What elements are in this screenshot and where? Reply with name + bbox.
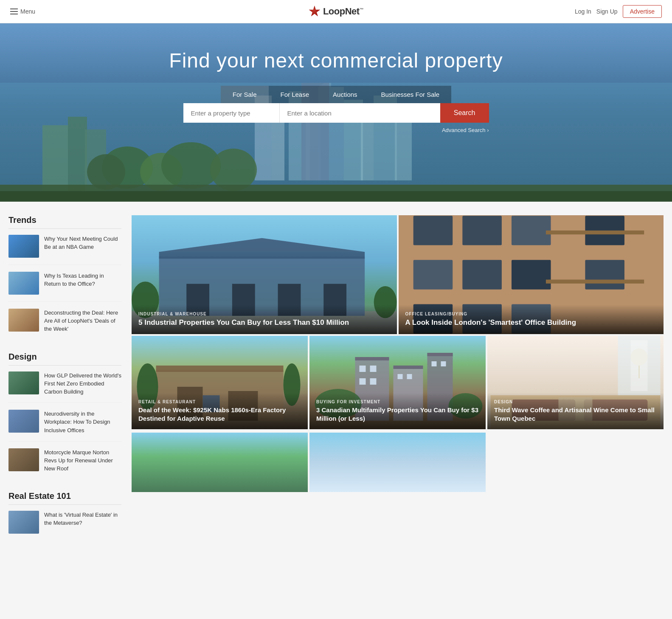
sidebar-thumb-design-2 <box>8 448 39 471</box>
sidebar-item-design-2: Motorcycle Marque Norton Revs Up for Ren… <box>8 448 121 480</box>
svg-rect-52 <box>156 366 284 372</box>
svg-rect-63 <box>394 366 423 369</box>
svg-rect-20 <box>0 191 672 202</box>
sidebar-item-text-design-0: How GLP Delivered the World's First Net … <box>44 371 121 396</box>
logo[interactable]: LoopNet™ <box>309 6 363 17</box>
main-content: Trends Why Your Next Meeting Could Be at… <box>0 202 672 566</box>
sidebar-item-title-trends-1[interactable]: Why Is Texas Leading in Return to the Of… <box>44 273 104 287</box>
header: Menu LoopNet™ Log In Sign Up Advertise <box>0 0 672 23</box>
svg-rect-40 <box>585 216 624 245</box>
article-overlay-retail: RETAIL & RESTAURANT Deal of the Week: $9… <box>132 393 308 429</box>
sidebar-thumb-design-0 <box>8 371 39 394</box>
sidebar: Trends Why Your Next Meeting Could Be at… <box>8 215 132 552</box>
sidebar-item-design-0: How GLP Delivered the World's First Net … <box>8 371 121 403</box>
sidebar-item-text-trends-1: Why Is Texas Leading in Return to the Of… <box>44 272 121 288</box>
svg-rect-43 <box>511 260 551 289</box>
sidebar-item-trends-1: Why Is Texas Leading in Return to the Of… <box>8 272 121 302</box>
svg-rect-49 <box>545 231 644 234</box>
article-card-extra-2[interactable] <box>309 433 486 492</box>
svg-rect-62 <box>355 357 389 360</box>
svg-rect-37 <box>413 216 453 245</box>
tab-for-lease[interactable]: For Lease <box>269 86 321 103</box>
article-title-london: A Look Inside London's 'Smartest' Office… <box>405 318 657 327</box>
article-card-design[interactable]: DESIGN Third Wave Coffee and Artisanal W… <box>487 336 664 429</box>
login-link[interactable]: Log In <box>575 8 591 15</box>
tab-for-sale[interactable]: For Sale <box>221 86 269 103</box>
thumb-image-design-2 <box>8 448 39 471</box>
sidebar-section-design: Design How GLP Delivered the World's Fir… <box>8 352 121 480</box>
article-card-extra-1[interactable] <box>132 433 308 492</box>
thumb-image-re101-0 <box>8 511 39 534</box>
property-type-input[interactable] <box>183 103 280 123</box>
location-input[interactable] <box>280 103 440 123</box>
article-card-london[interactable]: OFFICE LEASING/BUYING A Look Inside Lond… <box>399 215 664 334</box>
menu-label: Menu <box>20 8 35 15</box>
svg-rect-48 <box>545 280 644 284</box>
sidebar-item-title-design-2[interactable]: Motorcycle Marque Norton Revs Up for Ren… <box>44 449 113 472</box>
svg-rect-83 <box>631 340 648 391</box>
sidebar-item-title-design-1[interactable]: Neurodiversity in the Workplace: How To … <box>44 411 110 433</box>
sidebar-item-title-design-0[interactable]: How GLP Delivered the World's First Net … <box>44 372 121 395</box>
article-grid: INDUSTRIAL & WAREHOUSE 5 Industrial Prop… <box>132 215 664 552</box>
sidebar-item-title-re101-0[interactable]: What is 'Virtual Real Estate' in the Met… <box>44 512 118 526</box>
svg-rect-68 <box>370 378 377 385</box>
svg-rect-67 <box>360 378 366 385</box>
article-card-retail[interactable]: RETAIL & RESTAURANT Deal of the Week: $9… <box>132 336 308 429</box>
tab-auctions[interactable]: Auctions <box>321 86 369 103</box>
article-category-retail: RETAIL & RESTAURANT <box>138 400 301 404</box>
article-card-industrial[interactable]: INDUSTRIAL & WAREHOUSE 5 Industrial Prop… <box>132 215 397 334</box>
svg-point-18 <box>87 154 125 190</box>
sidebar-section-title-design: Design <box>8 352 121 366</box>
svg-rect-65 <box>360 366 366 372</box>
svg-rect-44 <box>585 260 624 289</box>
article-card-investment[interactable]: BUYING FOR INVESTMENT 3 Canadian Multifa… <box>309 336 486 429</box>
article-overlay-design: DESIGN Third Wave Coffee and Artisanal W… <box>487 393 664 429</box>
search-tabs: For Sale For Lease Auctions Businesses F… <box>221 86 451 103</box>
article-overlay-industrial: INDUSTRIAL & WAREHOUSE 5 Industrial Prop… <box>132 305 397 334</box>
article-category-investment: BUYING FOR INVESTMENT <box>316 400 479 404</box>
thumb-image-trends-1 <box>8 272 39 295</box>
article-title-industrial: 5 Industrial Properties You Can Buy for … <box>138 318 390 327</box>
sidebar-item-text-trends-2: Deconstructing the Deal: Here Are All of… <box>44 309 121 333</box>
article-grid-extra <box>132 433 664 492</box>
sidebar-item-trends-0: Why Your Next Meeting Could Be at an NBA… <box>8 235 121 265</box>
sidebar-section-title-trends: Trends <box>8 215 121 229</box>
logo-text: LoopNet™ <box>323 6 363 17</box>
hamburger-icon <box>10 8 18 14</box>
hero-content: Find your next commercial property For S… <box>0 23 672 133</box>
menu-button[interactable]: Menu <box>10 8 35 15</box>
sidebar-item-title-trends-0[interactable]: Why Your Next Meeting Could Be at an NBA… <box>44 236 118 250</box>
svg-rect-39 <box>511 216 551 245</box>
sidebar-item-title-trends-2[interactable]: Deconstructing the Deal: Here Are All of… <box>44 310 118 332</box>
article-overlay-london: OFFICE LEASING/BUYING A Look Inside Lond… <box>399 305 664 334</box>
logo-icon <box>309 6 321 17</box>
article-card-extra-placeholder <box>487 433 664 492</box>
article-grid-top: INDUSTRIAL & WAREHOUSE 5 Industrial Prop… <box>132 215 664 334</box>
svg-rect-64 <box>427 353 453 356</box>
article-title-investment: 3 Canadian Multifamily Properties You Ca… <box>316 406 479 422</box>
sidebar-item-trends-2: Deconstructing the Deal: Here Are All of… <box>8 309 121 340</box>
sidebar-item-text-re101-0: What is 'Virtual Real Estate' in the Met… <box>44 511 121 527</box>
tab-businesses-for-sale[interactable]: Businesses For Sale <box>369 86 452 103</box>
header-actions: Log In Sign Up Advertise <box>575 5 662 18</box>
advanced-search-link[interactable]: Advanced Search › <box>183 127 489 133</box>
svg-rect-71 <box>432 361 437 366</box>
sidebar-thumb-trends-2 <box>8 309 39 332</box>
hero-title: Find your next commercial property <box>169 49 503 72</box>
sidebar-item-text-design-2: Motorcycle Marque Norton Revs Up for Ren… <box>44 448 121 473</box>
search-bar: Search <box>183 103 489 123</box>
article-category-london: OFFICE LEASING/BUYING <box>405 312 657 316</box>
signup-link[interactable]: Sign Up <box>596 8 618 15</box>
sidebar-section-re101: Real Estate 101 What is 'Virtual Real Es… <box>8 491 121 540</box>
advertise-button[interactable]: Advertise <box>623 5 662 18</box>
sidebar-item-text-design-1: Neurodiversity in the Workplace: How To … <box>44 410 121 434</box>
article-overlay-investment: BUYING FOR INVESTMENT 3 Canadian Multifa… <box>309 393 486 429</box>
sidebar-thumb-design-1 <box>8 410 39 433</box>
svg-rect-42 <box>462 260 502 289</box>
sidebar-section-title-re101: Real Estate 101 <box>8 491 121 505</box>
sidebar-thumb-trends-0 <box>8 235 39 258</box>
article-category-industrial: INDUSTRIAL & WAREHOUSE <box>138 312 390 316</box>
search-button[interactable]: Search <box>440 103 489 123</box>
svg-rect-66 <box>370 366 377 372</box>
svg-rect-72 <box>441 361 446 366</box>
